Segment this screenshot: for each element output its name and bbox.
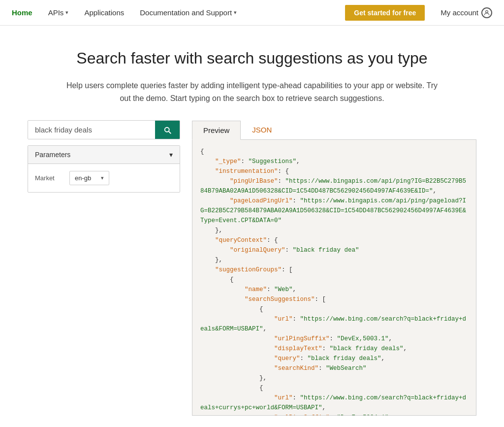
hero-description: Help users complete queries faster by ad… [65, 79, 439, 104]
apis-chevron-icon: ▾ [65, 9, 68, 16]
tabs: Preview JSON [192, 120, 476, 140]
account-icon [481, 7, 492, 18]
account-label: My account [441, 8, 478, 17]
search-box [28, 120, 180, 139]
parameters-header[interactable]: Parameters ▾ [28, 146, 180, 164]
nav-applications[interactable]: Applications [84, 8, 124, 17]
nav-home[interactable]: Home [12, 8, 32, 17]
search-button[interactable] [155, 121, 180, 139]
market-select-chevron-icon: ▾ [101, 175, 104, 181]
parameters-body: Market en-gb ▾ [28, 164, 180, 192]
json-viewer[interactable]: { "_type": "Suggestions", "instrumentati… [192, 140, 476, 416]
hero-title: Search faster with search suggestions as… [65, 49, 439, 67]
parameters-chevron-icon: ▾ [169, 151, 173, 159]
market-label: Market [35, 174, 64, 182]
tab-json[interactable]: JSON [241, 120, 283, 139]
search-icon [163, 126, 172, 134]
navigation: Home APIs ▾ Applications Documentation a… [0, 0, 504, 26]
right-panel: Preview JSON { "_type": "Suggestions", "… [192, 120, 476, 416]
hero-section: Search faster with search suggestions as… [55, 26, 449, 120]
market-select[interactable]: en-gb ▾ [69, 171, 109, 185]
parameters-panel: Parameters ▾ Market en-gb ▾ [28, 145, 180, 193]
svg-point-0 [486, 10, 488, 13]
account-menu[interactable]: My account [441, 7, 492, 18]
tab-preview[interactable]: Preview [192, 121, 241, 140]
left-panel: Parameters ▾ Market en-gb ▾ [28, 120, 180, 416]
market-value: en-gb [75, 174, 91, 182]
get-started-button[interactable]: Get started for free [345, 5, 425, 21]
parameters-label: Parameters [35, 151, 70, 159]
demo-area: Parameters ▾ Market en-gb ▾ Preview JSON… [16, 120, 488, 427]
nav-apis[interactable]: APIs ▾ [48, 8, 69, 17]
docs-chevron-icon: ▾ [234, 9, 237, 16]
market-param-row: Market en-gb ▾ [35, 171, 173, 185]
nav-docs[interactable]: Documentation and Support ▾ [140, 8, 237, 17]
search-input[interactable] [28, 121, 155, 139]
